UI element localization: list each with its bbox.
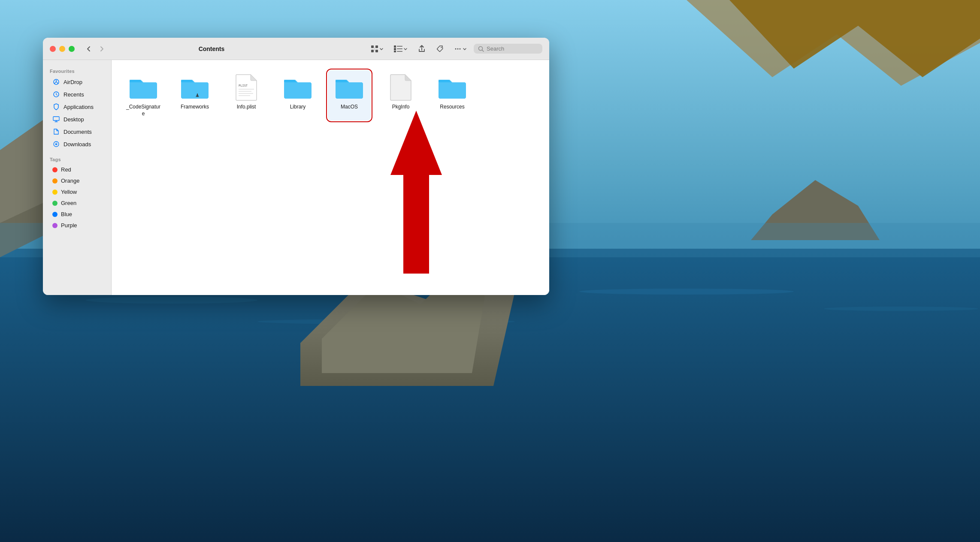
svg-point-25	[455, 48, 457, 49]
search-icon	[478, 46, 484, 52]
red-tag-dot	[52, 167, 57, 172]
svg-rect-34	[197, 93, 198, 97]
green-tag-dot	[52, 201, 57, 206]
sidebar-item-blue[interactable]: Blue	[45, 209, 109, 220]
blue-tag-label: Blue	[61, 211, 72, 217]
airdrop-label: AirDrop	[64, 79, 82, 85]
share-button[interactable]	[414, 43, 429, 54]
downloads-label: Downloads	[64, 141, 91, 148]
content-area: Favourites AirDrop	[43, 60, 549, 295]
svg-rect-18	[394, 45, 396, 48]
codesignature-name: _CodeSignature	[125, 104, 161, 117]
svg-rect-22	[394, 51, 396, 52]
applications-label: Applications	[64, 104, 94, 110]
close-button[interactable]	[50, 46, 56, 52]
icon-view-button[interactable]	[367, 43, 387, 54]
applications-icon	[52, 103, 60, 111]
airdrop-icon	[52, 78, 60, 86]
svg-rect-21	[397, 48, 402, 49]
finder-window: Contents	[43, 38, 549, 295]
red-tag-label: Red	[61, 166, 71, 173]
file-infoplist[interactable]: PLIST Info.plist	[225, 70, 268, 120]
desktop-label: Desktop	[64, 116, 84, 123]
library-icon	[282, 74, 313, 101]
svg-text:PLIST: PLIST	[239, 84, 248, 87]
svg-rect-17	[375, 50, 378, 52]
blue-tag-dot	[52, 212, 57, 217]
svg-point-24	[441, 47, 442, 48]
sidebar-item-desktop[interactable]: Desktop	[45, 113, 109, 125]
orange-tag-dot	[52, 178, 57, 184]
yellow-tag-dot	[52, 190, 57, 195]
pkginfo-icon	[385, 74, 416, 101]
library-name: Library	[290, 104, 306, 111]
sidebar-item-downloads[interactable]: Downloads	[45, 138, 109, 150]
file-pkginfo[interactable]: PkgInfo	[379, 70, 422, 120]
svg-rect-19	[397, 46, 402, 47]
search-bar	[474, 44, 542, 54]
sidebar-item-orange[interactable]: Orange	[45, 175, 109, 186]
svg-rect-23	[397, 51, 402, 52]
svg-rect-16	[371, 50, 374, 52]
infoplist-name: Info.plist	[237, 104, 256, 111]
pkginfo-name: PkgInfo	[392, 104, 410, 111]
purple-tag-label: Purple	[61, 222, 77, 229]
tags-header: Tags	[43, 154, 111, 164]
sidebar-item-yellow[interactable]: Yellow	[45, 187, 109, 197]
sidebar: Favourites AirDrop	[43, 60, 112, 295]
sidebar-item-red[interactable]: Red	[45, 164, 109, 175]
macos-name: MacOS	[341, 104, 358, 111]
svg-point-26	[457, 48, 459, 49]
sidebar-item-purple[interactable]: Purple	[45, 220, 109, 231]
sidebar-item-documents[interactable]: Documents	[45, 126, 109, 138]
tag-button[interactable]	[433, 43, 447, 54]
list-view-button[interactable]	[390, 44, 411, 54]
toolbar-actions	[367, 43, 542, 54]
more-button[interactable]	[451, 43, 470, 54]
yellow-tag-label: Yellow	[61, 189, 77, 195]
documents-icon	[52, 128, 60, 136]
file-resources[interactable]: Resources	[431, 70, 474, 114]
search-input[interactable]	[487, 45, 538, 52]
sidebar-item-applications[interactable]: Applications	[45, 101, 109, 113]
svg-rect-15	[375, 45, 378, 48]
downloads-icon	[52, 140, 60, 148]
svg-point-7	[824, 307, 978, 311]
file-macos[interactable]: MacOS	[328, 70, 371, 120]
orange-tag-label: Orange	[61, 178, 79, 184]
sidebar-item-airdrop[interactable]: AirDrop	[45, 76, 109, 88]
plist-icon: PLIST	[231, 74, 262, 101]
codesignature-icon	[128, 74, 159, 101]
frameworks-name: Frameworks	[181, 104, 209, 111]
file-frameworks[interactable]: Frameworks	[173, 70, 216, 120]
window-title: Contents	[61, 45, 362, 52]
svg-point-4	[86, 297, 257, 304]
file-codesignature[interactable]: _CodeSignature	[122, 70, 165, 120]
favourites-header: Favourites	[43, 65, 111, 75]
frameworks-icon	[179, 74, 210, 101]
svg-rect-20	[394, 48, 396, 50]
documents-label: Documents	[64, 129, 92, 135]
file-library[interactable]: Library	[276, 70, 319, 120]
svg-point-30	[56, 80, 57, 81]
macos-folder-icon	[334, 74, 365, 101]
title-bar: Contents	[43, 38, 549, 60]
sidebar-item-green[interactable]: Green	[45, 198, 109, 208]
resources-icon	[437, 74, 468, 101]
sidebar-item-recents[interactable]: Recents	[45, 88, 109, 100]
recents-icon	[52, 90, 60, 98]
desktop-icon	[52, 115, 60, 123]
recents-label: Recents	[64, 91, 84, 98]
svg-rect-32	[53, 117, 59, 120]
file-grid: _CodeSignature Frameworks	[112, 60, 549, 295]
green-tag-label: Green	[61, 200, 76, 206]
svg-rect-14	[371, 45, 374, 48]
purple-tag-dot	[52, 223, 57, 228]
svg-point-27	[460, 48, 461, 49]
resources-name: Resources	[440, 104, 464, 111]
svg-point-6	[579, 289, 794, 295]
